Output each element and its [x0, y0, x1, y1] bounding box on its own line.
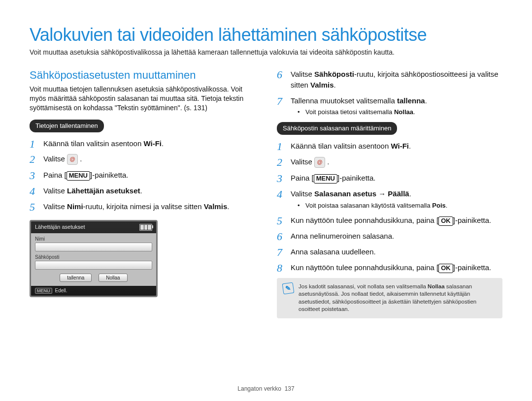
battery-icon: [139, 224, 152, 231]
step-item: Valitse @ .: [277, 156, 502, 168]
subsection-pill-save-info: Tietojen tallentaminen: [30, 120, 104, 132]
device-save-button: tallenna: [60, 274, 92, 282]
ok-button-label: OK: [438, 264, 453, 273]
label-wifi: Wi-Fi: [143, 139, 162, 148]
device-name-field: [35, 243, 152, 251]
step-item: Käännä tilan valitsin asentoon Wi-Fi.: [277, 141, 502, 152]
page-footer: Langaton verkko 137: [0, 385, 532, 392]
tip-box: ✎ Jos kadotit salasanasi, voit nollata s…: [277, 278, 502, 318]
device-reset-button: Nollaa: [99, 274, 127, 282]
subsection-pill-password: Sähköpostin salasanan määrittäminen: [277, 122, 397, 135]
steps-password: Käännä tilan valitsin asentoon Wi-Fi. Va…: [277, 141, 502, 273]
tip-text: Jos kadotit salasanasi, voit nollata sen…: [299, 283, 497, 313]
step-item: Anna nelinumeroinen salasana.: [277, 231, 502, 242]
steps-save-info: Käännä tilan valitsin asentoon Wi-Fi. Va…: [30, 138, 255, 212]
section-description: Voit muuttaa tietojen tallennuksen asetu…: [30, 85, 255, 113]
device-name-label: Nimi: [35, 236, 152, 242]
step-item: Valitse Lähettäjän asetukset.: [30, 185, 255, 196]
steps-save-info-continued: Valitse Sähköposti-ruutu, kirjoita sähkö…: [277, 69, 502, 117]
email-icon: @: [67, 154, 78, 165]
label-wifi: Wi-Fi: [391, 142, 409, 150]
device-screenshot: Lähettäjän asetukset Nimi Sähköposti tal…: [30, 220, 158, 297]
note-icon: ✎: [282, 282, 295, 294]
step-item: Valitse Salasanan asetus → Päällä. Voit …: [277, 188, 502, 211]
step-item: Kun näyttöön tulee ponnahdusikkuna, pain…: [277, 262, 502, 273]
page-intro: Voit muuttaa asetuksia sähköpostivalikos…: [30, 48, 502, 56]
step-item: Anna salasana uudelleen.: [277, 247, 502, 257]
ok-button-label: OK: [438, 216, 453, 226]
step-item: Paina [MENU]-painiketta.: [30, 170, 255, 181]
device-email-label: Sähköposti: [35, 254, 152, 260]
email-icon: @: [314, 157, 325, 168]
step-item: Tallenna muutokset valitsemalla tallenna…: [277, 95, 502, 118]
section-heading: Sähköpostiasetusten muuttaminen: [30, 69, 255, 82]
step-item: Valitse @ .: [30, 154, 255, 165]
step-item: Valitse Nimi-ruutu, kirjoita nimesi ja v…: [30, 201, 255, 212]
substep: Voit poistaa tietosi valitsemalla Nollaa…: [291, 108, 502, 117]
substep: Voit poistaa salasanan käytöstä valitsem…: [291, 201, 502, 211]
step-item: Paina [MENU]-painiketta.: [277, 173, 502, 184]
menu-button-label: MENU: [66, 171, 90, 181]
step-item: Valitse Sähköposti-ruutu, kirjoita sähkö…: [277, 69, 502, 91]
device-email-field: [35, 261, 152, 270]
step-item: Käännä tilan valitsin asentoon Wi-Fi.: [30, 138, 255, 149]
device-back-label: Edell.: [55, 288, 67, 293]
device-menu-chip: MENU: [35, 288, 52, 294]
page-title: Valokuvien tai videoiden lähettäminen sä…: [30, 25, 502, 45]
menu-button-label: MENU: [314, 174, 337, 184]
step-item: Kun näyttöön tulee ponnahdusikkuna, pain…: [277, 215, 502, 226]
device-title: Lähettäjän asetukset: [35, 224, 85, 231]
